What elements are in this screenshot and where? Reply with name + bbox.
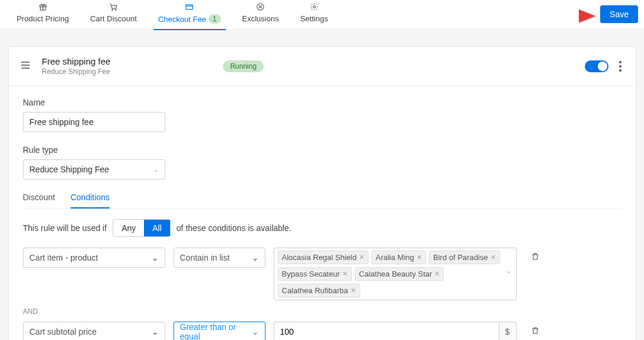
match-all-button[interactable]: All: [144, 220, 170, 236]
cart-icon: [109, 2, 118, 13]
annotation-arrow: [543, 7, 597, 27]
tab-label: Settings: [300, 14, 328, 23]
chevron-down-icon: ⌄: [252, 327, 259, 336]
condition-operator-value: Greater than or equal: [180, 322, 252, 340]
tag-remove-icon[interactable]: ✕: [342, 270, 348, 278]
rule-title: Free shipping fee: [42, 56, 111, 66]
name-label: Name: [23, 98, 621, 107]
status-badge: Running: [223, 60, 264, 72]
gear-icon: [310, 2, 319, 13]
enable-toggle[interactable]: [585, 60, 608, 72]
ruletype-label: Rule type: [23, 145, 621, 155]
condition-field-select[interactable]: Cart subtotal price ⌄: [23, 322, 165, 340]
match-any-button[interactable]: Any: [113, 220, 144, 236]
cond-intro-suffix: of these conditions is available.: [177, 223, 291, 233]
tab-exclusions[interactable]: Exclusions: [232, 0, 290, 30]
tag-remove-icon[interactable]: ✕: [434, 270, 440, 278]
gift-icon: [39, 2, 47, 13]
tag-item: Bypass Secateur✕: [278, 267, 352, 281]
inner-tab-discount[interactable]: Discount: [23, 193, 55, 208]
chevron-down-icon: ⌄: [506, 267, 511, 275]
inner-tab-conditions[interactable]: Conditions: [71, 193, 110, 208]
name-input[interactable]: [23, 112, 165, 132]
exclude-icon: [256, 2, 265, 13]
tab-label: Product Pricing: [17, 14, 69, 23]
tag-remove-icon[interactable]: ✕: [491, 254, 496, 261]
condition-field-select[interactable]: Cart item - product ⌄: [23, 248, 165, 268]
tag-item: Aralia Ming✕: [371, 251, 426, 264]
ruletype-value: Reduce Shipping Fee: [30, 165, 110, 174]
condition-value-input[interactable]: [274, 322, 499, 340]
rule-subtitle: Reduce Shipping Fee: [42, 68, 111, 76]
tab-label: Cart Discount: [90, 14, 137, 23]
svg-point-3: [112, 9, 113, 11]
condition-operator-select[interactable]: Greater than or equal ⌄: [174, 322, 265, 340]
tab-badge: 1: [209, 14, 221, 24]
tab-label: Checkout Fee: [158, 15, 206, 24]
tab-settings[interactable]: Settings: [290, 0, 339, 30]
tag-item: Bird of Paradise✕: [429, 251, 500, 264]
rule-header: Free shipping fee Reduce Shipping Fee Ru…: [9, 47, 636, 86]
currency-suffix: $: [499, 322, 517, 340]
chevron-down-icon: ⌄: [152, 253, 159, 262]
delete-condition-icon[interactable]: [531, 248, 540, 264]
condition-operator-select[interactable]: Contain in list ⌄: [174, 248, 265, 268]
svg-marker-12: [579, 9, 595, 23]
delete-condition-icon[interactable]: [531, 322, 540, 338]
ruletype-select[interactable]: Reduce Shipping Fee ⌄: [23, 159, 165, 179]
more-menu-icon[interactable]: [617, 59, 624, 74]
tag-remove-icon[interactable]: ✕: [351, 287, 356, 294]
tag-item: Calathea Beauty Star✕: [355, 267, 444, 281]
svg-rect-5: [186, 5, 193, 9]
tag-remove-icon[interactable]: ✕: [416, 254, 422, 261]
and-separator: AND: [23, 307, 621, 316]
match-mode-group: Any All: [113, 219, 171, 237]
svg-point-4: [115, 9, 116, 11]
tab-product-pricing[interactable]: Product Pricing: [6, 0, 79, 30]
card-icon: [185, 2, 194, 13]
chevron-down-icon: ⌄: [152, 327, 159, 336]
tag-item: Alocasia Regal Shield✕: [278, 251, 369, 264]
tag-remove-icon[interactable]: ✕: [359, 254, 364, 261]
tab-label: Exclusions: [242, 14, 279, 23]
condition-field-value: Cart item - product: [30, 253, 98, 262]
drag-handle-icon[interactable]: [21, 60, 30, 72]
cond-intro-prefix: This rule will be used if: [23, 223, 107, 233]
condition-field-value: Cart subtotal price: [30, 327, 97, 336]
tab-checkout-fee[interactable]: Checkout Fee 1: [148, 0, 232, 30]
tab-cart-discount[interactable]: Cart Discount: [79, 0, 148, 30]
condition-operator-value: Contain in list: [180, 253, 230, 262]
tag-item: Calathea Rufibarba✕: [278, 284, 360, 297]
chevron-down-icon: ⌄: [252, 253, 259, 262]
condition-tags-input[interactable]: Alocasia Regal Shield✕ Aralia Ming✕ Bird…: [274, 248, 517, 300]
svg-point-10: [313, 6, 315, 8]
condition-row: Cart subtotal price ⌄ Greater than or eq…: [23, 322, 621, 340]
save-button[interactable]: Save: [600, 5, 638, 23]
chevron-down-icon: ⌄: [153, 166, 159, 174]
condition-row: Cart item - product ⌄ Contain in list ⌄ …: [23, 248, 621, 300]
